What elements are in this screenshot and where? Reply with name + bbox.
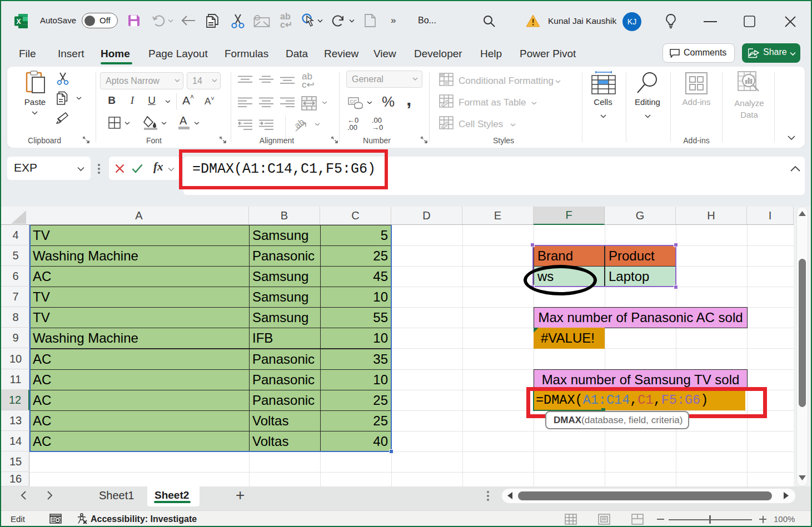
svg-text:X: X <box>16 18 21 26</box>
